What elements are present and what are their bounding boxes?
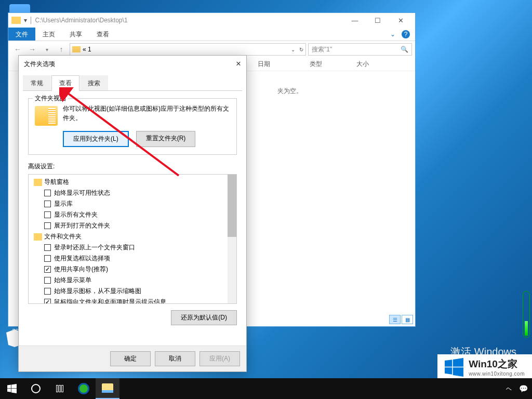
windows-logo-icon (445, 358, 463, 377)
advanced-settings-tree[interactable]: 导航窗格 始终显示可用性状态 显示库 显示所有文件夹 展开到打开的文件夹 文件和… (28, 174, 237, 304)
ribbon-expand-icon[interactable]: ⌄ (390, 31, 395, 38)
tree-option: 始终显示图标，从不显示缩略图 (31, 286, 234, 297)
folder-icon (72, 46, 81, 52)
tree-option: 始终显示菜单 (31, 275, 234, 286)
ribbon-tab-share[interactable]: 共享 (62, 28, 89, 41)
nav-up-button[interactable]: ↑ (55, 43, 68, 56)
folder-icon (35, 106, 58, 126)
tree-option: 鼠标指向文件夹和桌面项时显示提示信息 (31, 297, 234, 304)
tree-nav-pane: 导航窗格 (31, 177, 234, 188)
cancel-button[interactable]: 取消 (155, 351, 195, 366)
search-input[interactable]: 搜索"1" 🔍 (308, 43, 412, 56)
edge-button[interactable] (72, 378, 96, 399)
tab-view[interactable]: 查看 (51, 75, 79, 91)
quickaccess-pin-icon[interactable]: ▾ (24, 17, 27, 24)
view-icons-button[interactable]: ▦ (402, 315, 413, 324)
view-details-button[interactable]: ☰ (389, 315, 401, 324)
addr-dropdown-icon[interactable]: ⌄ (291, 47, 295, 52)
tree-option: 显示所有文件夹 (31, 209, 234, 220)
restore-defaults-button[interactable]: 还原为默认值(D) (171, 310, 237, 325)
search-icon: 🔍 (401, 46, 408, 53)
refresh-icon[interactable]: ↻ (299, 47, 303, 52)
meter-gadget (523, 291, 530, 338)
tree-option: 显示库 (31, 198, 234, 209)
folder-options-dialog: 文件夹选项 × 常规 查看 搜索 文件夹视图 你可以将此视图(如详细信息或图标)… (18, 55, 247, 372)
nav-forward-button[interactable]: → (26, 43, 38, 56)
cortana-button[interactable] (24, 378, 48, 399)
tree-files-folders: 文件和文件夹 (31, 231, 234, 242)
tree-option: 展开到打开的文件夹 (31, 220, 234, 231)
nav-back-button[interactable]: ← (11, 43, 24, 56)
advanced-label: 高级设置: (28, 162, 237, 171)
tree-option: 使用共享向导(推荐) (31, 264, 234, 275)
apply-button[interactable]: 应用(A) (200, 351, 240, 366)
folder-view-desc: 你可以将此视图(如详细信息或图标)应用于这种类型的所有文件夹。 (63, 104, 230, 123)
window-path: C:\Users\Administrator\Desktop\1 (35, 17, 128, 24)
ok-button[interactable]: 确定 (110, 351, 151, 366)
tree-option: 使用复选框以选择项 (31, 253, 234, 264)
maximize-button[interactable]: ☐ (366, 13, 389, 28)
taskbar: ヘ 💬 (0, 378, 532, 399)
ribbon-tab-view[interactable]: 查看 (89, 28, 116, 41)
folder-icon (11, 17, 21, 24)
scrollbar-thumb[interactable] (228, 175, 236, 237)
reset-folders-button[interactable]: 重置文件夹(R) (136, 131, 196, 147)
notifications-icon[interactable]: 💬 (519, 384, 528, 393)
task-view-button[interactable] (48, 378, 72, 399)
apply-to-folders-button[interactable]: 应用到文件夹(L) (63, 131, 129, 147)
ribbon-tab-file[interactable]: 文件 (8, 28, 35, 41)
nav-history-button[interactable]: ▾ (41, 43, 53, 56)
brand-watermark: Win10之家 www.win10xitong.com (437, 354, 532, 378)
start-button[interactable] (0, 378, 24, 399)
close-icon[interactable]: × (236, 59, 241, 69)
dialog-title: 文件夹选项 (24, 60, 55, 69)
file-explorer-button[interactable] (96, 378, 119, 399)
tray-expand-icon[interactable]: ヘ (506, 385, 512, 393)
close-button[interactable]: ✕ (389, 13, 412, 28)
tree-option: 登录时还原上一个文件夹窗口 (31, 242, 234, 253)
tab-search[interactable]: 搜索 (80, 75, 108, 91)
tree-option: 始终显示可用性状态 (31, 188, 234, 198)
folder-view-legend: 文件夹视图 (33, 94, 68, 103)
tab-general[interactable]: 常规 (23, 75, 51, 91)
minimize-button[interactable]: — (343, 13, 366, 28)
address-bar[interactable]: « 1 ⌄↻ (70, 43, 306, 56)
ribbon-tab-home[interactable]: 主页 (35, 28, 62, 41)
help-icon[interactable]: ? (402, 30, 410, 38)
